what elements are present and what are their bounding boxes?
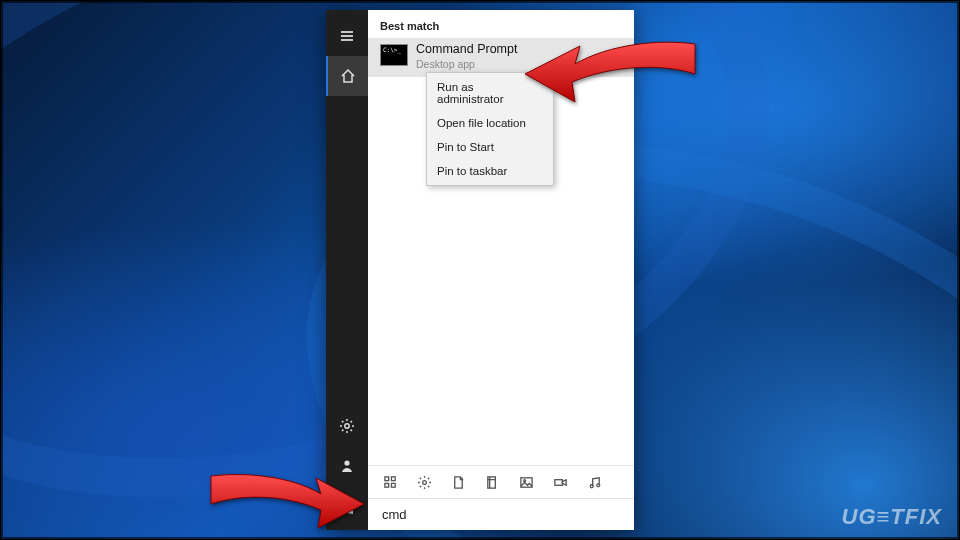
svg-rect-4: [384, 483, 388, 487]
svg-rect-3: [391, 476, 395, 480]
svg-rect-10: [554, 479, 562, 485]
filter-web-icon[interactable]: [484, 474, 500, 490]
filter-settings-icon[interactable]: [416, 474, 432, 490]
svg-point-1: [344, 460, 349, 465]
search-filter-row: [368, 465, 634, 498]
search-input[interactable]: cmd: [368, 498, 634, 530]
result-title: Command Prompt: [416, 42, 517, 58]
ctx-open-file-location[interactable]: Open file location: [427, 111, 553, 135]
svg-rect-5: [391, 483, 395, 487]
svg-point-9: [523, 479, 525, 481]
ctx-pin-to-taskbar[interactable]: Pin to taskbar: [427, 159, 553, 183]
search-query-text: cmd: [382, 507, 407, 522]
hamburger-icon[interactable]: [326, 16, 368, 56]
filter-photos-icon[interactable]: [518, 474, 534, 490]
gear-icon[interactable]: [326, 406, 368, 446]
filter-music-icon[interactable]: [586, 474, 602, 490]
svg-point-6: [422, 480, 426, 484]
filter-documents-icon[interactable]: [450, 474, 466, 490]
command-prompt-icon: [380, 44, 408, 66]
filter-videos-icon[interactable]: [552, 474, 568, 490]
svg-rect-8: [520, 477, 531, 486]
annotation-arrow-top: [520, 34, 700, 104]
svg-rect-2: [384, 476, 388, 480]
svg-point-12: [596, 483, 599, 486]
svg-point-0: [345, 424, 349, 428]
ctx-pin-to-start[interactable]: Pin to Start: [427, 135, 553, 159]
annotation-arrow-bottom: [206, 468, 366, 530]
result-subtitle: Desktop app: [416, 58, 517, 71]
watermark: UG≡TFIX: [842, 504, 943, 530]
filter-apps-icon[interactable]: [382, 474, 398, 490]
start-rail: [326, 10, 368, 530]
svg-rect-7: [487, 476, 495, 487]
home-icon[interactable]: [326, 56, 368, 96]
svg-point-11: [590, 484, 593, 487]
